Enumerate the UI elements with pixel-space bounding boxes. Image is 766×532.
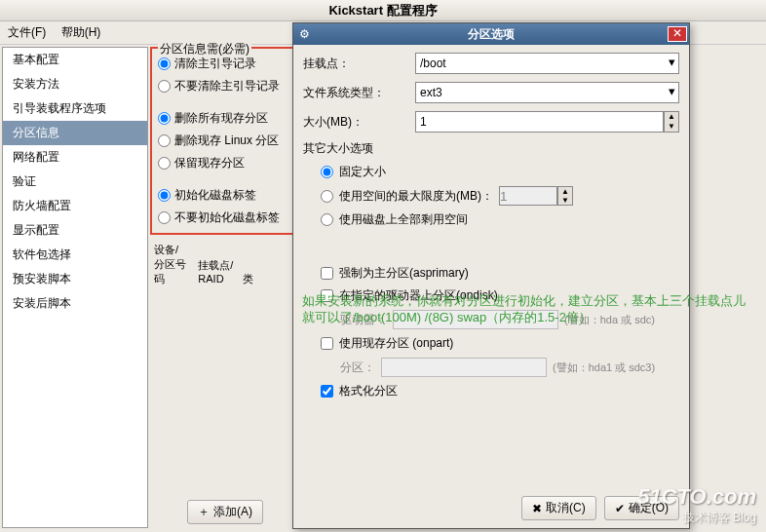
size-spinner[interactable]: ▲▼ [664,111,679,133]
mount-combo[interactable] [415,53,679,74]
sidebar-item-5[interactable]: 验证 [3,170,147,194]
partition-dialog: ⚙ 分区选项 ✕ 挂载点： 文件系统类型： 大小(MB)： ▲▼ 其它大小选项 … [292,22,690,529]
radio-init-label[interactable] [158,189,171,202]
max-mb-input [499,186,557,206]
radio-max-mb[interactable] [321,190,333,203]
mount-label: 挂载点： [303,56,415,72]
radio-remove-all[interactable] [158,112,171,125]
radio-keep[interactable] [158,157,171,170]
sidebar-item-8[interactable]: 软件包选择 [3,243,147,267]
fstype-label: 文件系统类型： [303,85,415,101]
check-format[interactable] [321,385,333,398]
onpart-input [381,358,547,377]
size-input[interactable] [415,111,664,133]
other-size-label: 其它大小选项 [303,140,679,157]
close-icon[interactable]: ✕ [668,26,687,42]
menu-file[interactable]: 文件(F) [8,25,46,39]
device-header: 设备/分区号码 挂载点/RAID 类 [150,241,300,288]
sidebar-item-7[interactable]: 显示配置 [3,218,147,243]
cancel-button[interactable]: ✖ 取消(C) [521,496,596,520]
sidebar-item-0[interactable]: 基本配置 [3,48,147,72]
dialog-title: 分区选项 [315,26,668,43]
sidebar-item-6[interactable]: 防火墙配置 [3,194,147,218]
add-button[interactable]: ＋ 添加(A) [187,500,263,524]
sidebar-item-10[interactable]: 安装后脚本 [3,291,147,316]
sidebar-item-9[interactable]: 预安装脚本 [3,267,147,291]
sidebar-item-2[interactable]: 引导装载程序选项 [3,96,147,121]
window-title: Kickstart 配置程序 [0,0,766,21]
check-ondisk[interactable] [321,289,333,302]
sidebar-item-3[interactable]: 分区信息 [3,121,147,145]
check-onpart[interactable] [321,337,333,350]
max-mb-spinner: ▲▼ [557,186,573,206]
check-asprimary[interactable] [321,267,333,280]
app-icon: ⚙ [293,27,315,41]
group-label: 分区信息需(必需) [158,41,251,57]
sidebar-item-1[interactable]: 安装方法 [3,72,147,96]
sidebar-item-4[interactable]: 网络配置 [3,145,147,170]
radio-fixed-size[interactable] [321,166,333,178]
radio-noinit-label[interactable] [158,211,171,224]
ondisk-drive-input [393,310,558,329]
radio-remove-linux[interactable] [158,134,171,147]
fstype-combo[interactable] [415,82,679,103]
radio-noclear-mbr[interactable] [158,80,171,93]
size-label: 大小(MB)： [303,114,415,131]
sidebar: 基本配置安装方法引导装载程序选项分区信息网络配置验证防火墙配置显示配置软件包选择… [2,47,148,528]
radio-clear-mbr[interactable] [158,57,171,70]
ok-button[interactable]: ✔ 确定(O) [604,496,679,520]
menu-help[interactable]: 帮助(H) [61,25,101,39]
partition-info-panel: 分区信息需(必需) 清除主引导记录 不要清除主引导记录 删除所有现存分区 删除现… [150,47,296,235]
radio-fill[interactable] [321,213,333,226]
